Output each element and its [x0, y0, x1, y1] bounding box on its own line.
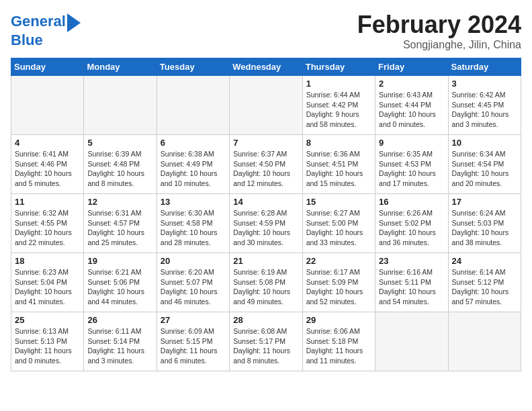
day-number: 20 — [161, 256, 226, 266]
day-info: Sunrise: 6:09 AM Sunset: 5:15 PM Dayligh… — [161, 326, 226, 366]
calendar-day-cell: 8Sunrise: 6:36 AM Sunset: 4:51 PM Daylig… — [302, 135, 375, 194]
day-info: Sunrise: 6:43 AM Sunset: 4:44 PM Dayligh… — [379, 90, 444, 130]
day-number: 4 — [15, 138, 80, 148]
day-info: Sunrise: 6:39 AM Sunset: 4:48 PM Dayligh… — [87, 149, 152, 189]
calendar-week-row: 25Sunrise: 6:13 AM Sunset: 5:13 PM Dayli… — [11, 312, 521, 371]
calendar-day-cell: 15Sunrise: 6:27 AM Sunset: 5:00 PM Dayli… — [302, 194, 375, 253]
calendar-day-cell: 9Sunrise: 6:35 AM Sunset: 4:53 PM Daylig… — [375, 135, 448, 194]
day-info: Sunrise: 6:38 AM Sunset: 4:49 PM Dayligh… — [161, 149, 226, 189]
calendar-day-cell: 6Sunrise: 6:38 AM Sunset: 4:49 PM Daylig… — [157, 135, 229, 194]
day-info: Sunrise: 6:24 AM Sunset: 5:03 PM Dayligh… — [452, 208, 517, 248]
weekday-header: Tuesday — [157, 58, 229, 76]
subtitle: Songjianghe, Jilin, China — [357, 39, 521, 51]
day-info: Sunrise: 6:32 AM Sunset: 4:55 PM Dayligh… — [15, 208, 80, 248]
day-number: 27 — [161, 315, 226, 325]
day-number: 24 — [452, 256, 517, 266]
month-title: February 2024 — [357, 11, 521, 39]
calendar-day-cell — [84, 76, 157, 135]
day-info: Sunrise: 6:11 AM Sunset: 5:14 PM Dayligh… — [87, 326, 152, 366]
day-number: 16 — [379, 197, 444, 207]
day-number: 1 — [306, 79, 371, 89]
day-info: Sunrise: 6:13 AM Sunset: 5:13 PM Dayligh… — [15, 326, 80, 366]
day-info: Sunrise: 6:28 AM Sunset: 4:59 PM Dayligh… — [233, 208, 298, 248]
day-info: Sunrise: 6:19 AM Sunset: 5:08 PM Dayligh… — [233, 267, 298, 307]
day-info: Sunrise: 6:30 AM Sunset: 4:58 PM Dayligh… — [161, 208, 226, 248]
day-number: 18 — [15, 256, 80, 266]
calendar-day-cell — [11, 76, 84, 135]
calendar-week-row: 18Sunrise: 6:23 AM Sunset: 5:04 PM Dayli… — [11, 253, 521, 312]
day-number: 15 — [306, 197, 371, 207]
day-number: 10 — [452, 138, 517, 148]
weekday-header: Sunday — [11, 58, 84, 76]
calendar-day-cell: 23Sunrise: 6:16 AM Sunset: 5:11 PM Dayli… — [375, 253, 448, 312]
day-info: Sunrise: 6:08 AM Sunset: 5:17 PM Dayligh… — [233, 326, 298, 366]
day-number: 19 — [87, 256, 152, 266]
weekday-header: Thursday — [302, 58, 375, 76]
day-info: Sunrise: 6:34 AM Sunset: 4:54 PM Dayligh… — [452, 149, 517, 189]
weekday-header: Monday — [84, 58, 157, 76]
calendar-day-cell: 20Sunrise: 6:20 AM Sunset: 5:07 PM Dayli… — [157, 253, 229, 312]
weekday-header: Friday — [375, 58, 448, 76]
calendar-day-cell — [230, 76, 302, 135]
calendar-week-row: 11Sunrise: 6:32 AM Sunset: 4:55 PM Dayli… — [11, 194, 521, 253]
day-info: Sunrise: 6:17 AM Sunset: 5:09 PM Dayligh… — [306, 267, 371, 307]
day-number: 11 — [15, 197, 80, 207]
calendar-day-cell: 11Sunrise: 6:32 AM Sunset: 4:55 PM Dayli… — [11, 194, 84, 253]
day-number: 5 — [87, 138, 152, 148]
day-number: 7 — [233, 138, 298, 148]
calendar-day-cell — [157, 76, 229, 135]
day-info: Sunrise: 6:27 AM Sunset: 5:00 PM Dayligh… — [306, 208, 371, 248]
calendar-day-cell — [448, 312, 521, 371]
day-number: 12 — [87, 197, 152, 207]
day-number: 28 — [233, 315, 298, 325]
logo-text: General — [11, 13, 66, 30]
calendar-day-cell: 25Sunrise: 6:13 AM Sunset: 5:13 PM Dayli… — [11, 312, 84, 371]
calendar-day-cell: 29Sunrise: 6:06 AM Sunset: 5:18 PM Dayli… — [302, 312, 375, 371]
logo-subtext: Blue — [11, 32, 43, 48]
day-info: Sunrise: 6:23 AM Sunset: 5:04 PM Dayligh… — [15, 267, 80, 307]
day-info: Sunrise: 6:31 AM Sunset: 4:57 PM Dayligh… — [87, 208, 152, 248]
calendar-day-cell: 22Sunrise: 6:17 AM Sunset: 5:09 PM Dayli… — [302, 253, 375, 312]
logo-arrow-icon — [67, 13, 81, 32]
logo: General Blue — [11, 11, 81, 48]
calendar-day-cell: 14Sunrise: 6:28 AM Sunset: 4:59 PM Dayli… — [230, 194, 302, 253]
day-info: Sunrise: 6:36 AM Sunset: 4:51 PM Dayligh… — [306, 149, 371, 189]
calendar-day-cell: 26Sunrise: 6:11 AM Sunset: 5:14 PM Dayli… — [84, 312, 157, 371]
calendar-week-row: 1Sunrise: 6:44 AM Sunset: 4:42 PM Daylig… — [11, 76, 521, 135]
calendar-day-cell: 24Sunrise: 6:14 AM Sunset: 5:12 PM Dayli… — [448, 253, 521, 312]
day-info: Sunrise: 6:35 AM Sunset: 4:53 PM Dayligh… — [379, 149, 444, 189]
day-info: Sunrise: 6:37 AM Sunset: 4:50 PM Dayligh… — [233, 149, 298, 189]
calendar-day-cell: 3Sunrise: 6:42 AM Sunset: 4:45 PM Daylig… — [448, 76, 521, 135]
calendar-day-cell: 28Sunrise: 6:08 AM Sunset: 5:17 PM Dayli… — [230, 312, 302, 371]
calendar-day-cell: 19Sunrise: 6:21 AM Sunset: 5:06 PM Dayli… — [84, 253, 157, 312]
calendar-header: SundayMondayTuesdayWednesdayThursdayFrid… — [11, 58, 521, 76]
day-number: 23 — [379, 256, 444, 266]
day-number: 13 — [161, 197, 226, 207]
day-number: 26 — [87, 315, 152, 325]
calendar-day-cell: 27Sunrise: 6:09 AM Sunset: 5:15 PM Dayli… — [157, 312, 229, 371]
calendar-day-cell: 4Sunrise: 6:41 AM Sunset: 4:46 PM Daylig… — [11, 135, 84, 194]
day-number: 29 — [306, 315, 371, 325]
day-number: 2 — [379, 79, 444, 89]
calendar-day-cell: 21Sunrise: 6:19 AM Sunset: 5:08 PM Dayli… — [230, 253, 302, 312]
calendar-day-cell: 12Sunrise: 6:31 AM Sunset: 4:57 PM Dayli… — [84, 194, 157, 253]
day-number: 22 — [306, 256, 371, 266]
page-header: General Blue February 2024 Songjianghe, … — [11, 11, 521, 51]
calendar-day-cell: 17Sunrise: 6:24 AM Sunset: 5:03 PM Dayli… — [448, 194, 521, 253]
day-info: Sunrise: 6:16 AM Sunset: 5:11 PM Dayligh… — [379, 267, 444, 307]
day-info: Sunrise: 6:06 AM Sunset: 5:18 PM Dayligh… — [306, 326, 371, 366]
day-info: Sunrise: 6:41 AM Sunset: 4:46 PM Dayligh… — [15, 149, 80, 189]
day-info: Sunrise: 6:14 AM Sunset: 5:12 PM Dayligh… — [452, 267, 517, 307]
calendar-day-cell: 1Sunrise: 6:44 AM Sunset: 4:42 PM Daylig… — [302, 76, 375, 135]
day-number: 9 — [379, 138, 444, 148]
calendar-day-cell: 13Sunrise: 6:30 AM Sunset: 4:58 PM Dayli… — [157, 194, 229, 253]
day-info: Sunrise: 6:26 AM Sunset: 5:02 PM Dayligh… — [379, 208, 444, 248]
calendar-day-cell: 2Sunrise: 6:43 AM Sunset: 4:44 PM Daylig… — [375, 76, 448, 135]
calendar-day-cell: 18Sunrise: 6:23 AM Sunset: 5:04 PM Dayli… — [11, 253, 84, 312]
day-info: Sunrise: 6:42 AM Sunset: 4:45 PM Dayligh… — [452, 90, 517, 130]
day-number: 17 — [452, 197, 517, 207]
weekday-header: Wednesday — [230, 58, 302, 76]
day-info: Sunrise: 6:44 AM Sunset: 4:42 PM Dayligh… — [306, 90, 371, 130]
title-block: February 2024 Songjianghe, Jilin, China — [357, 11, 521, 51]
day-number: 14 — [233, 197, 298, 207]
